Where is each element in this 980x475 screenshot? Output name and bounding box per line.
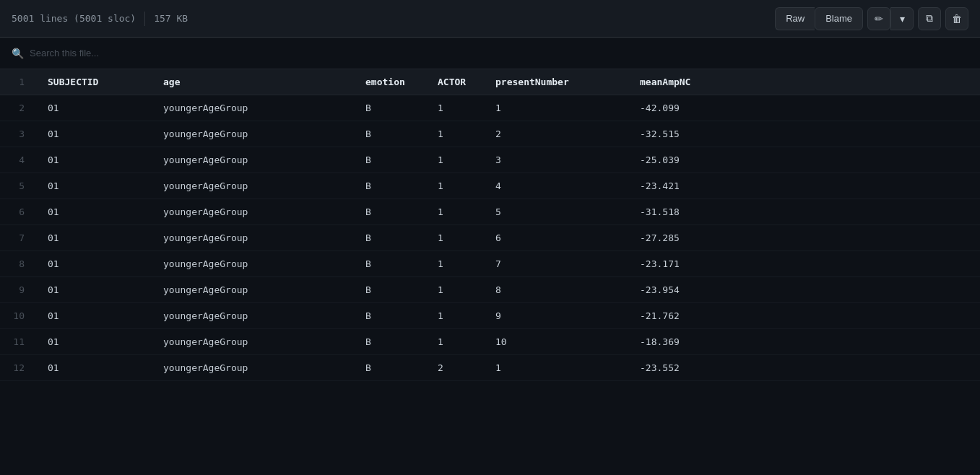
table-row: 901youngerAgeGroupB18-23.954	[0, 277, 980, 303]
table-row: 401youngerAgeGroupB13-25.039	[0, 147, 980, 173]
table-body: 201youngerAgeGroupB11-42.099301youngerAg…	[0, 95, 980, 381]
search-bar: 🔍	[0, 38, 980, 69]
cell-meanampnc: -42.099	[628, 95, 980, 121]
cell-meanampnc: -21.762	[628, 303, 980, 329]
cell-linenum: 3	[0, 121, 36, 147]
copy-button[interactable]: ⧉	[918, 7, 941, 30]
cell-presentnumber: 9	[484, 303, 628, 329]
cell-age: youngerAgeGroup	[152, 277, 354, 303]
cell-subjectid: 01	[36, 95, 152, 121]
cell-presentnumber: 3	[484, 147, 628, 173]
cell-age: youngerAgeGroup	[152, 147, 354, 173]
delete-icon: 🗑	[952, 13, 962, 25]
cell-linenum: 2	[0, 95, 36, 121]
cell-actor: 1	[426, 121, 484, 147]
cell-presentnumber: 8	[484, 277, 628, 303]
cell-presentnumber: 7	[484, 251, 628, 277]
table-row: 1201youngerAgeGroupB21-23.552	[0, 355, 980, 381]
cell-emotion: B	[354, 173, 426, 199]
table-row: 601youngerAgeGroupB15-31.518	[0, 199, 980, 225]
cell-age: youngerAgeGroup	[152, 121, 354, 147]
cell-emotion: B	[354, 225, 426, 251]
cell-subjectid: 01	[36, 329, 152, 355]
copy-icon: ⧉	[926, 12, 933, 25]
table-row: 501youngerAgeGroupB14-23.421	[0, 173, 980, 199]
cell-actor: 2	[426, 355, 484, 381]
header-subjectid: SUBJECTID	[36, 69, 152, 95]
cell-linenum: 12	[0, 355, 36, 381]
cell-age: youngerAgeGroup	[152, 303, 354, 329]
raw-blame-group: Raw Blame	[775, 7, 863, 30]
cell-age: youngerAgeGroup	[152, 173, 354, 199]
cell-emotion: B	[354, 329, 426, 355]
edit-dropdown-button[interactable]: ▾	[890, 7, 914, 30]
cell-emotion: B	[354, 95, 426, 121]
header-meanampnc: meanAmpNC	[628, 69, 980, 95]
table-row: 201youngerAgeGroupB11-42.099	[0, 95, 980, 121]
cell-subjectid: 01	[36, 251, 152, 277]
delete-button[interactable]: 🗑	[945, 7, 968, 30]
cell-linenum: 8	[0, 251, 36, 277]
cell-presentnumber: 5	[484, 199, 628, 225]
cell-presentnumber: 2	[484, 121, 628, 147]
search-icon: 🔍	[12, 48, 24, 59]
cell-actor: 1	[426, 95, 484, 121]
table-header-row: 1 SUBJECTID age emotion ACTOR presentNum…	[0, 69, 980, 95]
cell-emotion: B	[354, 355, 426, 381]
cell-age: youngerAgeGroup	[152, 355, 354, 381]
cell-age: youngerAgeGroup	[152, 199, 354, 225]
cell-age: youngerAgeGroup	[152, 225, 354, 251]
cell-actor: 1	[426, 173, 484, 199]
cell-meanampnc: -23.171	[628, 251, 980, 277]
cell-presentnumber: 1	[484, 95, 628, 121]
cell-linenum: 7	[0, 225, 36, 251]
cell-meanampnc: -23.552	[628, 355, 980, 381]
cell-actor: 1	[426, 303, 484, 329]
data-table: 1 SUBJECTID age emotion ACTOR presentNum…	[0, 69, 980, 381]
header-linenum: 1	[0, 69, 36, 95]
cell-emotion: B	[354, 303, 426, 329]
table-row: 1101youngerAgeGroupB110-18.369	[0, 329, 980, 355]
cell-emotion: B	[354, 251, 426, 277]
cell-actor: 1	[426, 199, 484, 225]
header-actor: ACTOR	[426, 69, 484, 95]
chevron-down-icon: ▾	[900, 13, 905, 25]
file-size: 157 KB	[154, 13, 188, 24]
table-row: 1001youngerAgeGroupB19-21.762	[0, 303, 980, 329]
table-row: 801youngerAgeGroupB17-23.171	[0, 251, 980, 277]
toolbar-actions: Raw Blame ✏ ▾ ⧉ 🗑	[775, 7, 968, 30]
cell-subjectid: 01	[36, 147, 152, 173]
table-row: 301youngerAgeGroupB12-32.515	[0, 121, 980, 147]
cell-meanampnc: -31.518	[628, 199, 980, 225]
cell-linenum: 4	[0, 147, 36, 173]
cell-actor: 1	[426, 225, 484, 251]
cell-linenum: 11	[0, 329, 36, 355]
cell-subjectid: 01	[36, 199, 152, 225]
cell-emotion: B	[354, 147, 426, 173]
table-container: 1 SUBJECTID age emotion ACTOR presentNum…	[0, 69, 980, 475]
header-presentnumber: presentNumber	[484, 69, 628, 95]
toolbar: 5001 lines (5001 sloc) 157 KB Raw Blame …	[0, 0, 980, 38]
cell-actor: 1	[426, 251, 484, 277]
blame-button[interactable]: Blame	[815, 7, 863, 30]
cell-emotion: B	[354, 121, 426, 147]
cell-meanampnc: -23.421	[628, 173, 980, 199]
cell-actor: 1	[426, 329, 484, 355]
cell-meanampnc: -25.039	[628, 147, 980, 173]
cell-age: youngerAgeGroup	[152, 251, 354, 277]
cell-linenum: 5	[0, 173, 36, 199]
cell-meanampnc: -23.954	[628, 277, 980, 303]
cell-linenum: 6	[0, 199, 36, 225]
edit-button[interactable]: ✏	[867, 7, 890, 30]
file-info: 5001 lines (5001 sloc) 157 KB	[12, 12, 188, 26]
cell-subjectid: 01	[36, 173, 152, 199]
cell-age: youngerAgeGroup	[152, 329, 354, 355]
edit-icon: ✏	[875, 13, 883, 25]
search-input[interactable]	[30, 48, 968, 58]
cell-subjectid: 01	[36, 303, 152, 329]
cell-meanampnc: -27.285	[628, 225, 980, 251]
cell-age: youngerAgeGroup	[152, 95, 354, 121]
cell-linenum: 10	[0, 303, 36, 329]
cell-presentnumber: 10	[484, 329, 628, 355]
raw-button[interactable]: Raw	[775, 7, 815, 30]
